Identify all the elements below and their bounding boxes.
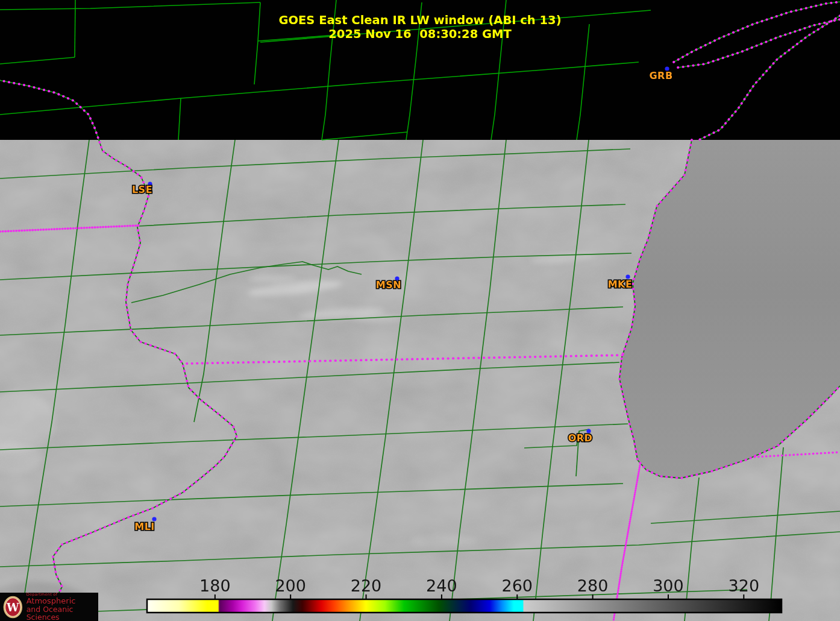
logo-line2: and Oceanic Sciences (27, 605, 98, 621)
uw-monogram: W (6, 601, 19, 613)
station-label: LSE (132, 184, 152, 195)
colorbar-tick-label: 300 (653, 576, 684, 595)
station-label: MLI (134, 521, 155, 532)
colorbar-tick-label: 320 (729, 576, 760, 595)
colorbar-tick-label: 220 (351, 576, 382, 595)
colorbar-tick-label: 240 (426, 576, 457, 595)
station-label: MKE (608, 279, 633, 290)
station-label: MSN (376, 279, 401, 291)
station-lse: LSE (132, 181, 152, 195)
colorbar-gradient-bar (147, 599, 782, 613)
station-label: ORD (568, 432, 593, 444)
colorbar-tick-label: 200 (275, 576, 306, 595)
satellite-image-viewport: GRBLSEMSNMKEORDMLI 180200220240260280300… (0, 0, 840, 621)
uw-aos-logo: W Department of Atmospheric and Oceanic … (0, 593, 98, 621)
colorbar-tick-label: 180 (199, 576, 231, 595)
colorbar-tick-label: 280 (577, 576, 609, 595)
station-label: GRB (649, 70, 672, 81)
image-title-line1: GOES East Clean IR LW window (ABI ch 13) (278, 13, 561, 27)
colorbar-tick-label: 260 (501, 576, 533, 595)
logo-line1: Atmospheric (27, 597, 98, 605)
image-title-line2: 2025 Nov 16 08:30:28 GMT (328, 27, 512, 41)
uw-crest-icon: W (2, 594, 24, 620)
goes-ir-map: GRBLSEMSNMKEORDMLI 180200220240260280300… (0, 0, 840, 621)
